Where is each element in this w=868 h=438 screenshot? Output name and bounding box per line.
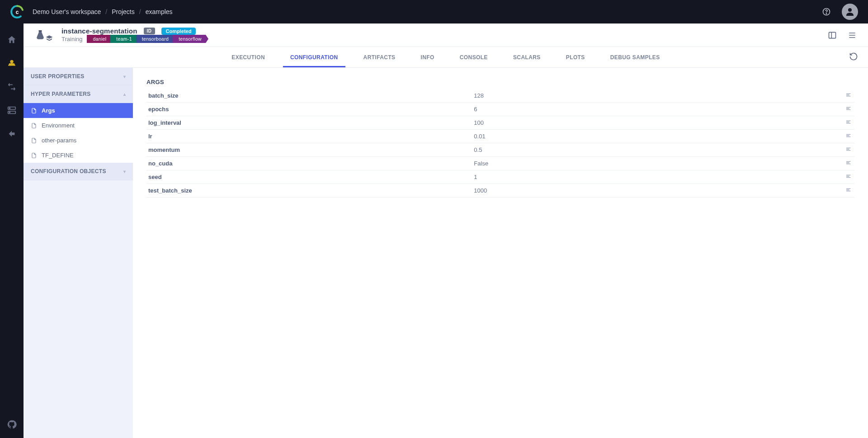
param-name: epochs xyxy=(146,103,472,116)
refresh-button[interactable] xyxy=(849,52,858,62)
breadcrumb-project[interactable]: examples xyxy=(146,8,173,15)
help-button[interactable] xyxy=(819,5,834,19)
svg-text:c: c xyxy=(16,9,19,15)
project-type-icons xyxy=(34,28,53,42)
svg-point-7 xyxy=(9,108,10,109)
svg-rect-9 xyxy=(39,30,42,31)
param-name: log_interval xyxy=(146,116,472,130)
params-table: batch_size128epochs6log_interval100lr0.0… xyxy=(146,89,854,198)
sidebar-item-label: Environment xyxy=(42,122,75,129)
param-row[interactable]: lr0.01 xyxy=(146,130,854,143)
param-value: 0.5 xyxy=(472,143,797,157)
menu-button[interactable] xyxy=(847,30,857,40)
sidebar-section-config-objects[interactable]: CONFIGURATION OBJECTS ▾ xyxy=(24,163,133,180)
nav-github[interactable] xyxy=(4,414,20,434)
svg-point-8 xyxy=(9,112,10,113)
breadcrumb-projects[interactable]: Projects xyxy=(112,8,135,15)
detail-panel: ARGS batch_size128epochs6log_interval100… xyxy=(133,68,868,438)
param-action-icon[interactable] xyxy=(798,143,854,157)
chevron-down-icon: ▾ xyxy=(123,169,126,174)
param-action-icon[interactable] xyxy=(798,116,854,130)
svg-rect-10 xyxy=(829,32,836,38)
sidebar-section-label: CONFIGURATION OBJECTS xyxy=(31,168,106,174)
param-value: 1 xyxy=(472,170,797,184)
breadcrumb-sep: / xyxy=(139,8,141,15)
config-sidebar: USER PROPERTIES ▾ HYPER PARAMETERS ▴ Arg… xyxy=(24,68,133,438)
topbar: c Demo User's workspace / Projects / exa… xyxy=(0,0,868,24)
tab-scalars[interactable]: SCALARS xyxy=(511,48,542,67)
tag-tensorboard[interactable]: tensorboard xyxy=(136,35,173,43)
nav-rail xyxy=(0,24,24,438)
breadcrumb-workspace[interactable]: Demo User's workspace xyxy=(33,8,101,15)
user-avatar[interactable] xyxy=(842,4,858,20)
param-action-icon[interactable] xyxy=(798,184,854,198)
param-value: 128 xyxy=(472,89,797,103)
param-action-icon[interactable] xyxy=(798,130,854,143)
sidebar-section-label: HYPER PARAMETERS xyxy=(31,91,91,97)
sidebar-section-label: USER PROPERTIES xyxy=(31,73,85,80)
tab-plots[interactable]: PLOTS xyxy=(564,48,587,67)
tag-team1[interactable]: team-1 xyxy=(110,35,136,43)
param-action-icon[interactable] xyxy=(798,89,854,103)
nav-home[interactable] xyxy=(4,30,20,50)
nav-compare[interactable] xyxy=(4,77,20,97)
param-row[interactable]: no_cudaFalse xyxy=(146,157,854,170)
param-name: momentum xyxy=(146,143,472,157)
tag-daniel[interactable]: daniel xyxy=(87,35,110,43)
sidebar-item-label: Args xyxy=(42,107,55,114)
svg-point-4 xyxy=(10,60,13,63)
tab-artifacts[interactable]: ARTIFACTS xyxy=(362,48,397,67)
sidebar-item-other-params[interactable]: other-params xyxy=(24,133,133,148)
param-value: 6 xyxy=(472,103,797,116)
param-row[interactable]: momentum0.5 xyxy=(146,143,854,157)
param-row[interactable]: test_batch_size1000 xyxy=(146,184,854,198)
tab-configuration[interactable]: CONFIGURATION xyxy=(288,48,340,67)
param-action-icon[interactable] xyxy=(798,170,854,184)
sidebar-item-label: other-params xyxy=(42,137,76,144)
status-badge: Completed xyxy=(161,28,196,35)
breadcrumbs: Demo User's workspace / Projects / examp… xyxy=(33,8,173,15)
param-action-icon[interactable] xyxy=(798,103,854,116)
tab-debug-samples[interactable]: DEBUG SAMPLES xyxy=(609,48,662,67)
file-icon xyxy=(31,137,37,144)
sidebar-item-label: TF_DEFINE xyxy=(42,152,74,159)
file-icon xyxy=(31,122,37,129)
param-row[interactable]: epochs6 xyxy=(146,103,854,116)
panel-layout-button[interactable] xyxy=(827,30,837,40)
svg-point-2 xyxy=(826,14,826,14)
tab-info[interactable]: INFO xyxy=(419,48,436,67)
detail-heading: ARGS xyxy=(146,79,854,85)
param-name: batch_size xyxy=(146,89,472,103)
file-icon xyxy=(31,152,37,159)
main: instance-segmentation ID Completed Train… xyxy=(24,24,868,438)
sidebar-item-environment[interactable]: Environment xyxy=(24,118,133,133)
param-value: 100 xyxy=(472,116,797,130)
param-row[interactable]: seed1 xyxy=(146,170,854,184)
nav-servers[interactable] xyxy=(4,100,20,120)
param-name: lr xyxy=(146,130,472,143)
app-logo[interactable]: c xyxy=(10,5,24,19)
breadcrumb-sep: / xyxy=(105,8,107,15)
project-subtitle: Training xyxy=(61,36,82,42)
param-row[interactable]: log_interval100 xyxy=(146,116,854,130)
file-icon xyxy=(31,108,37,114)
sidebar-item-args[interactable]: Args xyxy=(24,103,133,118)
chevron-up-icon: ▴ xyxy=(123,92,126,97)
chevron-down-icon: ▾ xyxy=(123,74,126,79)
sidebar-item-tf-define[interactable]: TF_DEFINE xyxy=(24,148,133,163)
sidebar-section-user-properties[interactable]: USER PROPERTIES ▾ xyxy=(24,68,133,85)
param-action-icon[interactable] xyxy=(798,157,854,170)
id-badge[interactable]: ID xyxy=(144,28,155,34)
tag-tensorflow[interactable]: tensorflow xyxy=(173,35,206,43)
tab-execution[interactable]: EXECUTION xyxy=(230,48,267,67)
svg-point-3 xyxy=(848,8,852,12)
nav-experiments[interactable] xyxy=(4,53,20,73)
project-header: instance-segmentation ID Completed Train… xyxy=(24,24,868,47)
tab-console[interactable]: CONSOLE xyxy=(458,48,490,67)
sidebar-section-hyper-parameters[interactable]: HYPER PARAMETERS ▴ xyxy=(24,85,133,103)
param-row[interactable]: batch_size128 xyxy=(146,89,854,103)
nav-deploy[interactable] xyxy=(4,124,20,144)
tag-row: daniel team-1 tensorboard tensorflow xyxy=(87,35,206,43)
param-value: 1000 xyxy=(472,184,797,198)
param-name: no_cuda xyxy=(146,157,472,170)
